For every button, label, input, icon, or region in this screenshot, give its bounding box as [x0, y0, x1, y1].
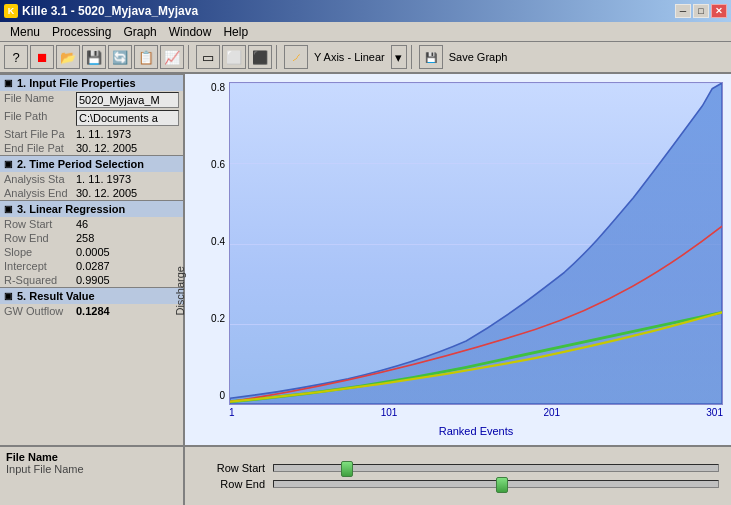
section-result-value: ▣ 5. Result Value [0, 287, 183, 304]
menu-item-window[interactable]: Window [163, 23, 218, 41]
prop-rsquared: R-Squared 0.9905 [0, 273, 183, 287]
gw-outflow-label: GW Outflow [4, 305, 76, 317]
section-2-label: 2. Time Period Selection [17, 158, 144, 170]
prop-filepath: File Path [0, 109, 183, 127]
toggle-2[interactable]: ▣ [4, 159, 13, 169]
analysis-end-label: Analysis End [4, 187, 76, 199]
section-5-label: 5. Result Value [17, 290, 95, 302]
section-3-label: 3. Linear Regression [17, 203, 125, 215]
blue-area [230, 83, 722, 404]
maximize-button[interactable]: □ [693, 4, 709, 18]
toggle-1[interactable]: ▣ [4, 78, 13, 88]
filepath-value[interactable] [76, 110, 179, 126]
prop-intercept: Intercept 0.0287 [0, 259, 183, 273]
startfile-value: 1. 11. 1973 [76, 128, 179, 140]
row-end-label: Row End [4, 232, 76, 244]
window-controls: ─ □ ✕ [675, 4, 727, 18]
save-button[interactable]: 💾 [82, 45, 106, 69]
y-tick-06: 0.6 [211, 159, 225, 170]
y-tick-08: 0.8 [211, 82, 225, 93]
prop-startfile: Start File Pa 1. 11. 1973 [0, 127, 183, 141]
menu-bar: Menu Processing Graph Window Help [0, 22, 731, 42]
chart-button[interactable]: 📈 [160, 45, 184, 69]
endfile-value: 30. 12. 2005 [76, 142, 179, 154]
separator-3 [411, 45, 415, 69]
separator-1 [188, 45, 192, 69]
row-start-thumb[interactable] [341, 461, 353, 477]
x-tick-101: 101 [381, 407, 398, 425]
row-end-slider-row: Row End [205, 478, 719, 490]
disk-icon: 💾 [419, 45, 443, 69]
filename-label: File Name [4, 92, 76, 108]
section-1-label: 1. Input File Properties [17, 77, 136, 89]
bottom-panel: File Name Input File Name Row Start Row … [0, 445, 731, 505]
row-start-slider-label: Row Start [205, 462, 265, 474]
startfile-label: Start File Pa [4, 128, 76, 140]
chart-plot [229, 82, 723, 405]
section-linear-regression: ▣ 3. Linear Regression [0, 200, 183, 217]
intercept-value: 0.0287 [76, 260, 179, 272]
help-button[interactable]: ? [4, 45, 28, 69]
gridline-00 [230, 404, 722, 405]
title-bar: K Kille 3.1 - 5020_Myjava_Myjava ─ □ ✕ [0, 0, 731, 22]
bottom-title: File Name [6, 451, 177, 463]
section-time-period: ▣ 2. Time Period Selection [0, 155, 183, 172]
bottom-subtitle: Input File Name [6, 463, 177, 475]
row-start-value: 46 [76, 218, 179, 230]
section-3-content: Row Start 46 Row End 258 Slope 0.0005 In… [0, 217, 183, 287]
app-icon: K [4, 4, 18, 18]
minimize-button[interactable]: ─ [675, 4, 691, 18]
rect-button[interactable]: ▭ [196, 45, 220, 69]
left-panel: ▣ 1. Input File Properties File Name Fil… [0, 74, 185, 445]
dropdown-btn[interactable]: ▾ [391, 45, 407, 69]
prop-gw-outflow: GW Outflow 0.1284 [0, 304, 183, 318]
refresh-button[interactable]: 🔄 [108, 45, 132, 69]
row-end-slider-label: Row End [205, 478, 265, 490]
bottom-right: Row Start Row End [185, 447, 731, 505]
filename-value[interactable] [76, 92, 179, 108]
slope-value: 0.0005 [76, 246, 179, 258]
chart-svg [230, 83, 722, 404]
x-tick-201: 201 [544, 407, 561, 425]
row-start-label: Row Start [4, 218, 76, 230]
x-axis-ticks: 1 101 201 301 [229, 405, 723, 425]
analysis-start-label: Analysis Sta [4, 173, 76, 185]
save-graph-label: Save Graph [445, 51, 512, 63]
x-axis-title: Ranked Events [229, 425, 723, 437]
prop-row-start: Row Start 46 [0, 217, 183, 231]
row-start-slider-row: Row Start [205, 462, 719, 474]
rect2-button[interactable]: ⬜ [222, 45, 246, 69]
toggle-3[interactable]: ▣ [4, 204, 13, 214]
toggle-5[interactable]: ▣ [4, 291, 13, 301]
open-button[interactable]: 📂 [56, 45, 80, 69]
line-button[interactable]: ⟋ [284, 45, 308, 69]
main-content: ▣ 1. Input File Properties File Name Fil… [0, 74, 731, 445]
row-end-slider[interactable] [273, 480, 719, 488]
stop-button[interactable]: ⏹ [30, 45, 54, 69]
close-button[interactable]: ✕ [711, 4, 727, 18]
section-2-content: Analysis Sta 1. 11. 1973 Analysis End 30… [0, 172, 183, 200]
gw-outflow-value: 0.1284 [76, 305, 179, 317]
section-5-content: GW Outflow 0.1284 [0, 304, 183, 318]
y-axis-label: Y Axis - Linear [310, 51, 389, 63]
menu-item-processing[interactable]: Processing [46, 23, 117, 41]
x-tick-301: 301 [706, 407, 723, 425]
fill-button[interactable]: ⬛ [248, 45, 272, 69]
copy-button[interactable]: 📋 [134, 45, 158, 69]
slope-label: Slope [4, 246, 76, 258]
row-start-slider[interactable] [273, 464, 719, 472]
menu-item-graph[interactable]: Graph [117, 23, 162, 41]
endfile-label: End File Pat [4, 142, 76, 154]
prop-row-end: Row End 258 [0, 231, 183, 245]
toolbar: ? ⏹ 📂 💾 🔄 📋 📈 ▭ ⬜ ⬛ ⟋ Y Axis - Linear ▾ … [0, 42, 731, 74]
section-1-content: File Name File Path Start File Pa 1. 11.… [0, 91, 183, 155]
menu-item-help[interactable]: Help [217, 23, 254, 41]
menu-item-menu[interactable]: Menu [4, 23, 46, 41]
x-tick-1: 1 [229, 407, 235, 425]
row-end-thumb[interactable] [496, 477, 508, 493]
analysis-end-value: 30. 12. 2005 [76, 187, 179, 199]
intercept-label: Intercept [4, 260, 76, 272]
y-tick-04: 0.4 [211, 236, 225, 247]
bottom-left: File Name Input File Name [0, 447, 185, 505]
y-tick-02: 0.2 [211, 313, 225, 324]
